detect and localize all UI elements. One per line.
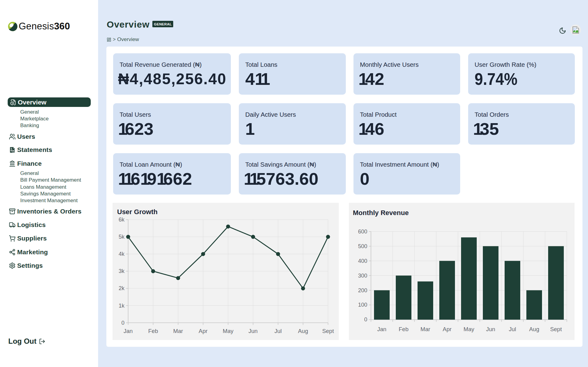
svg-text:May: May: [223, 328, 234, 334]
svg-text:Jul: Jul: [274, 328, 282, 334]
svg-text:1k: 1k: [119, 303, 125, 309]
svg-text:Feb: Feb: [148, 328, 158, 334]
svg-text:0: 0: [364, 316, 367, 323]
svg-text:Sept: Sept: [322, 328, 334, 334]
svg-text:Feb: Feb: [399, 326, 409, 332]
svg-text:100: 100: [358, 302, 367, 308]
svg-text:600: 600: [358, 229, 367, 235]
svg-text:4k: 4k: [119, 251, 125, 257]
svg-text:Jun: Jun: [249, 328, 258, 334]
svg-text:300: 300: [358, 273, 367, 279]
svg-text:Sept: Sept: [550, 326, 562, 332]
svg-text:Monthly Revenue: Monthly Revenue: [353, 209, 409, 217]
svg-text:Jan: Jan: [377, 326, 387, 332]
svg-text:0: 0: [121, 320, 124, 326]
svg-text:2k: 2k: [119, 285, 125, 291]
svg-text:May: May: [464, 326, 475, 332]
svg-text:Aug: Aug: [529, 326, 539, 332]
svg-text:Apr: Apr: [443, 326, 452, 332]
svg-text:Jun: Jun: [486, 326, 495, 332]
svg-text:500: 500: [358, 243, 367, 249]
svg-text:5k: 5k: [119, 234, 125, 240]
svg-text:Jul: Jul: [509, 326, 516, 332]
svg-text:User Growth: User Growth: [117, 208, 158, 216]
svg-text:3k: 3k: [119, 268, 125, 274]
svg-text:Jan: Jan: [124, 328, 133, 334]
svg-text:Apr: Apr: [199, 328, 208, 334]
svg-text:6k: 6k: [119, 217, 125, 223]
svg-text:Mar: Mar: [421, 326, 430, 332]
svg-text:Mar: Mar: [173, 328, 183, 334]
svg-text:200: 200: [358, 287, 367, 293]
svg-text:Aug: Aug: [298, 328, 308, 334]
svg-text:400: 400: [358, 258, 367, 264]
